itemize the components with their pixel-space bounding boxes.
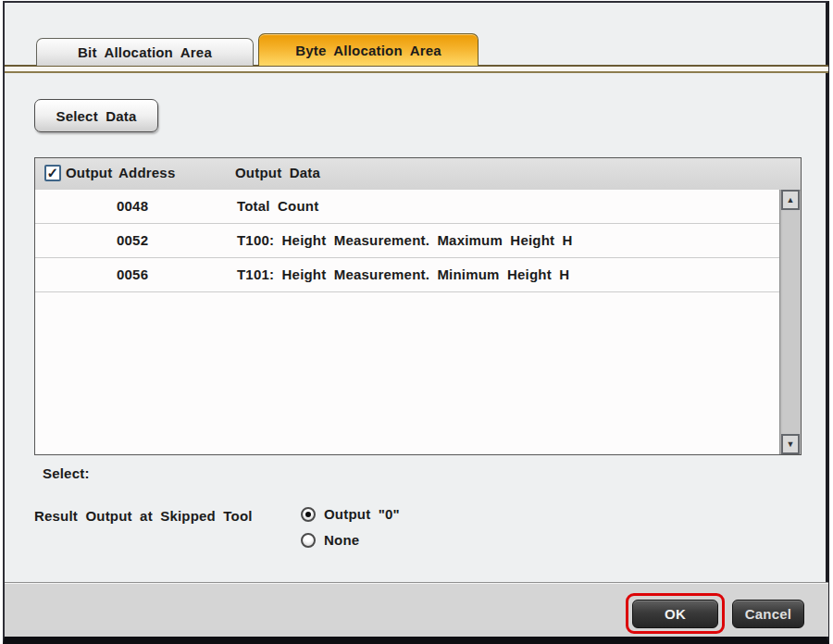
table-body: 0048 Total Count 0052 T100: Height Measu… [35,190,779,454]
tab-byte-allocation-area[interactable]: Byte Allocation Area [258,33,479,66]
select-status-label: Select: [43,465,90,481]
tab-bit-allocation-area[interactable]: Bit Allocation Area [36,38,254,66]
radio-selected-icon [301,507,316,522]
ok-button-label: OK [665,606,686,622]
scroll-down-icon: ▼ [787,440,795,449]
radio-output-0[interactable]: Output "0" [301,506,400,522]
column-header-output-data: Output Data [235,165,320,180]
scroll-up-button[interactable]: ▲ [781,190,800,210]
cell-output-data: T100: Height Measurement. Maximum Height… [237,232,573,248]
output-select-all-checkbox[interactable]: ✓ [44,165,61,181]
select-data-button-label: Select Data [56,108,136,124]
tab-divider [5,65,828,73]
cell-address: 0056 [117,266,148,282]
radio-unselected-icon [301,533,316,548]
cancel-button[interactable]: Cancel [732,600,804,628]
skipped-tool-label: Result Output at Skipped Tool [34,508,253,524]
column-header-address: Address [118,165,175,180]
table-header-row: ✓ Output Address Output Data [35,158,801,191]
table-row[interactable]: 0052 T100: Height Measurement. Maximum H… [35,224,779,258]
tab-label: Bit Allocation Area [78,44,212,60]
cancel-button-label: Cancel [745,606,791,622]
cell-address: 0052 [117,232,148,248]
radio-none-label: None [324,532,359,548]
cell-address: 0048 [117,198,148,214]
cell-output-data: Total Count [237,198,318,214]
table-row[interactable]: 0048 Total Count [35,190,779,224]
dialog-page: Bit Allocation Area Byte Allocation Area… [0,0,833,644]
column-header-output: Output [66,165,112,180]
select-data-button[interactable]: Select Data [34,99,158,132]
scroll-down-button[interactable]: ▼ [781,434,800,454]
ok-button[interactable]: OK [632,600,718,628]
tab-label: Byte Allocation Area [295,43,441,58]
check-icon: ✓ [47,166,59,180]
scroll-up-icon: ▲ [787,196,795,204]
vertical-scrollbar[interactable]: ▲ ▼ [779,190,801,454]
table-row[interactable]: 0056 T101: Height Measurement. Minimum H… [35,258,779,292]
cell-output-data: T101: Height Measurement. Minimum Height… [237,266,569,282]
allocation-table: ✓ Output Address Output Data 0048 Total … [34,157,802,455]
radio-none[interactable]: None [301,532,359,548]
radio-output-0-label: Output "0" [324,506,400,522]
